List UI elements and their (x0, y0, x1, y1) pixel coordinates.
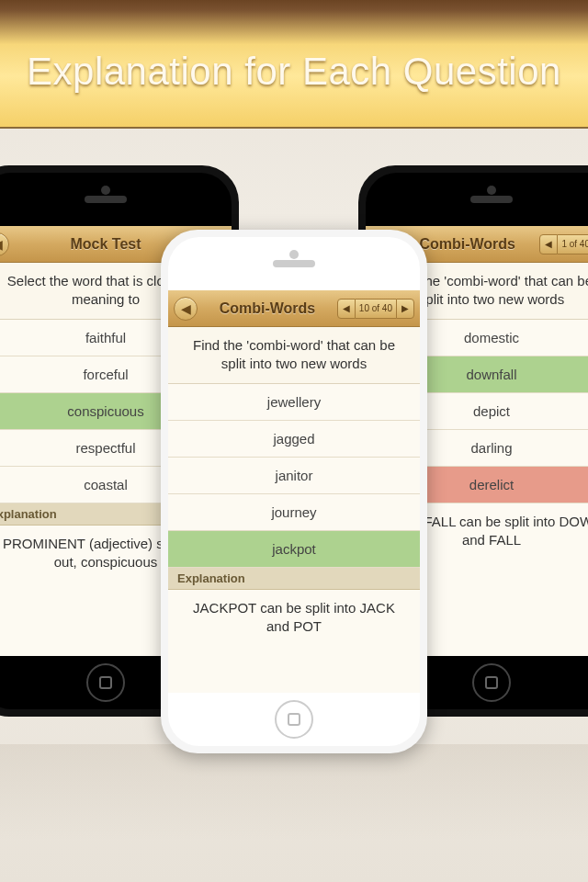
back-button[interactable]: ◀ (0, 232, 9, 256)
nav-bar: ◀ Combi-Words ◀ 10 of 40 ▶ (168, 290, 420, 327)
option-item[interactable]: janitor (168, 458, 420, 494)
option-list: jewellery jagged janitor journey jackpot (168, 384, 420, 568)
explanation-header: Explanation (168, 568, 420, 590)
option-item[interactable]: jackpot (168, 531, 420, 568)
option-item[interactable]: jagged (168, 421, 420, 458)
reflection-overlay (0, 744, 588, 882)
pager-next-button[interactable]: ▶ (396, 299, 414, 319)
pager-label: 10 of 40 (356, 299, 396, 319)
pager-prev-button[interactable]: ◀ (337, 299, 356, 319)
phone-speaker-area (168, 237, 420, 290)
banner-title: Explanation for Each Question (27, 50, 561, 94)
question-text: Find the 'combi-word' that can be split … (168, 327, 420, 384)
phone-center: ◀ Combi-Words ◀ 10 of 40 ▶ Find the 'com… (161, 230, 427, 753)
option-item[interactable]: jewellery (168, 384, 420, 421)
home-button[interactable] (472, 663, 511, 702)
pager: ◀ 10 of 40 ▶ (337, 299, 414, 319)
promo-banner: Explanation for Each Question (0, 0, 588, 129)
nav-title: Combi-Words (198, 300, 337, 317)
home-button[interactable] (275, 700, 313, 739)
back-button[interactable]: ◀ (174, 297, 198, 321)
pager: ◀ 1 of 40 ▶ (539, 234, 588, 254)
pager-label: 1 of 40 (558, 234, 588, 254)
phone-speaker-area (366, 173, 588, 226)
phone-home-area (168, 693, 420, 746)
phone-speaker-area (0, 173, 232, 226)
stage: ◀ Mock Test Select the word that is clos… (0, 129, 588, 882)
explanation-body: JACKPOT can be split into JACK and POT (168, 590, 420, 693)
screen-center: ◀ Combi-Words ◀ 10 of 40 ▶ Find the 'com… (168, 290, 420, 693)
option-item[interactable]: journey (168, 494, 420, 531)
home-button[interactable] (86, 663, 125, 702)
pager-prev-button[interactable]: ◀ (539, 234, 558, 254)
